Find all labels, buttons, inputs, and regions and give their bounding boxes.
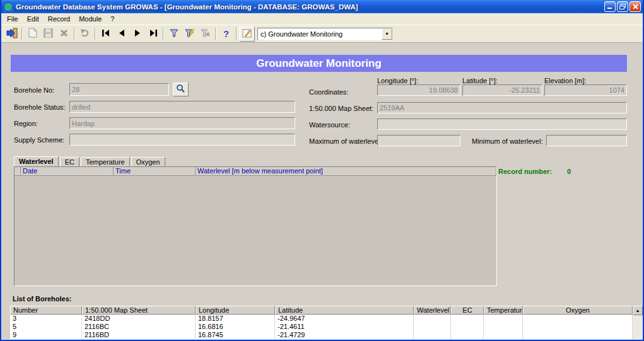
tab-oxygen[interactable]: Oxygen — [131, 157, 165, 166]
table-cell — [523, 323, 633, 331]
next-record-button[interactable] — [129, 26, 145, 42]
measurement-grid-header: DateTimeWaterlevel [m below measurement … — [15, 167, 496, 176]
menu-item-record[interactable]: Record — [44, 14, 74, 24]
close-button[interactable] — [629, 1, 641, 12]
elevation-input[interactable] — [544, 84, 627, 96]
elevation-label: Elevation [m]: — [544, 77, 587, 84]
table-row[interactable]: 32418DD18.8157-24.9647 — [10, 315, 633, 323]
window-controls — [604, 1, 641, 12]
table-row[interactable]: 92116BD16.8745-21.4729 — [10, 331, 633, 339]
menu-item-edit[interactable]: Edit — [23, 14, 44, 24]
table-cell: -21.4611 — [275, 323, 414, 331]
list-column-header[interactable]: Oxygen — [523, 306, 633, 315]
latitude-input[interactable] — [462, 84, 542, 96]
region-input[interactable] — [69, 117, 295, 129]
app-icon — [3, 2, 13, 12]
tab-ec[interactable]: EC — [60, 157, 79, 166]
delete-button[interactable] — [56, 26, 72, 42]
table-row[interactable]: 52116BC16.6816-21.4611 — [10, 323, 633, 331]
list-column-header[interactable]: Longitude — [196, 306, 275, 315]
minimize-button[interactable] — [604, 1, 616, 12]
min-waterlevel-input[interactable] — [546, 135, 627, 146]
edit-button[interactable] — [239, 26, 255, 42]
banner-title: Groundwater Monitoring — [256, 57, 381, 70]
remove-filter-icon — [201, 29, 210, 39]
first-record-button[interactable] — [98, 26, 114, 42]
delete-icon — [60, 29, 68, 39]
table-cell — [484, 315, 523, 323]
measurement-grid-body[interactable] — [15, 176, 496, 286]
list-column-header[interactable]: Number — [10, 306, 82, 315]
list-column-header[interactable]: 1:50.000 Map Sheet — [82, 306, 196, 315]
map-sheet-label: 1:50.000 Map Sheet: — [309, 105, 373, 112]
supply-scheme-label: Supply Scheme: — [14, 136, 64, 144]
toolbar-separator — [21, 28, 23, 40]
borehole-list-title: List of Boreholes: — [13, 295, 72, 303]
filter-by-form-icon — [185, 29, 194, 39]
module-selector[interactable]: c) Groundwater Monitoring ▼ — [257, 28, 393, 40]
new-record-button[interactable] — [25, 26, 40, 42]
record-number-value: 0 — [567, 168, 571, 175]
table-cell: 18.8157 — [196, 315, 275, 323]
table-cell — [414, 331, 451, 339]
max-waterlevel-label: Maximum of waterlevel: — [309, 137, 382, 145]
borehole-no-input[interactable] — [69, 83, 169, 96]
table-cell — [451, 323, 484, 331]
table-cell: 2418DD — [82, 315, 196, 323]
table-cell — [451, 315, 484, 323]
next-record-icon — [134, 29, 141, 38]
edit-pencil-icon — [242, 28, 252, 40]
list-column-header[interactable]: Latitude — [275, 306, 414, 315]
exit-button[interactable] — [4, 26, 20, 42]
title-bar: Groundwater Database System GROWAS - [Gr… — [1, 0, 643, 13]
borehole-list-body: 32418DD18.8157-24.964752116BC16.6816-21.… — [10, 315, 633, 339]
measurement-column-header: Date — [21, 167, 114, 175]
module-banner: Groundwater Monitoring — [11, 55, 627, 72]
watersource-input[interactable] — [377, 118, 627, 130]
menu-item-file[interactable]: File — [3, 14, 23, 24]
table-cell: 9 — [10, 331, 82, 339]
table-cell — [484, 323, 523, 331]
scroll-up-button[interactable]: ▲ — [633, 306, 643, 315]
supply-scheme-input[interactable] — [69, 134, 295, 146]
toolbar-separator — [163, 28, 164, 40]
borehole-search-button[interactable] — [173, 83, 189, 96]
measurement-grid[interactable]: DateTimeWaterlevel [m below measurement … — [14, 166, 497, 286]
longitude-input[interactable] — [377, 84, 460, 96]
table-cell: -21.4729 — [275, 331, 414, 339]
list-column-header[interactable]: Waterlevel — [414, 306, 451, 315]
list-column-header[interactable]: EC — [451, 306, 484, 315]
save-icon — [44, 28, 53, 40]
max-waterlevel-input[interactable] — [377, 135, 460, 146]
restore-button[interactable] — [617, 1, 628, 12]
menu-item-help[interactable]: ? — [106, 14, 119, 24]
filter-button[interactable] — [166, 26, 182, 42]
list-column-header[interactable]: Temperature — [484, 306, 523, 315]
previous-record-icon — [119, 29, 125, 38]
filter-by-form-button[interactable] — [182, 26, 197, 42]
borehole-status-input[interactable] — [69, 101, 295, 113]
map-sheet-input[interactable] — [377, 102, 627, 113]
toolbar-separator — [215, 28, 216, 40]
tab-temperature[interactable]: Temperature — [81, 157, 130, 166]
last-record-button[interactable] — [145, 26, 161, 42]
coordinates-label: Coordinates: — [309, 88, 348, 96]
watersource-label: Watersource: — [309, 121, 350, 129]
min-waterlevel-label: Minimum of waterlevel: — [472, 137, 542, 145]
borehole-list: Number1:50.000 Map SheetLongitudeLatitud… — [10, 306, 633, 339]
undo-button[interactable] — [77, 26, 93, 42]
tab-waterlevel[interactable]: Waterlevel — [14, 156, 59, 166]
first-record-icon — [102, 29, 110, 38]
remove-filter-button[interactable] — [197, 26, 213, 42]
save-button[interactable] — [40, 26, 56, 42]
table-cell: 16.6816 — [196, 323, 275, 331]
exit-icon — [6, 28, 18, 40]
latitude-label: Latitude [°]: — [462, 77, 498, 84]
chevron-down-icon[interactable]: ▼ — [382, 28, 392, 40]
list-scrollbar[interactable]: ▲ — [633, 306, 643, 339]
menu-item-module[interactable]: Module — [74, 14, 106, 24]
toolbar-separator — [95, 28, 96, 40]
last-record-icon — [149, 29, 157, 38]
previous-record-button[interactable] — [114, 26, 129, 42]
help-button[interactable]: ? — [218, 26, 234, 42]
